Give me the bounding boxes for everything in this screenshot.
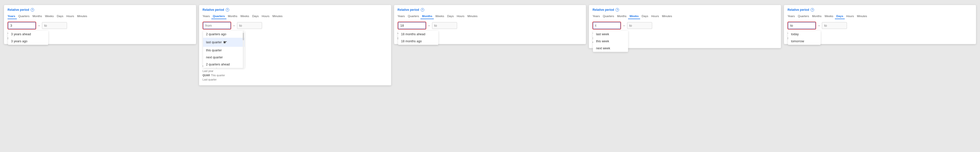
panel-header-years: Relative period ?: [8, 8, 192, 11]
dropdown-item-years-1[interactable]: 3 years ago: [8, 38, 48, 45]
tab-weeks-4[interactable]: Weeks: [628, 14, 640, 19]
dropdown-item-quarters-2[interactable]: this quarter: [203, 47, 245, 54]
dropdown-item-quarters-0[interactable]: 2 quarters ago: [203, 31, 245, 38]
tab-quarters-2[interactable]: Quarters: [212, 14, 226, 19]
help-icon-months[interactable]: ?: [421, 8, 424, 11]
to-input-days[interactable]: [822, 22, 847, 29]
panel-header-months: Relative period ?: [398, 8, 582, 11]
tab-weeks-3[interactable]: Weeks: [434, 14, 445, 19]
dropdown-item-weeks-0[interactable]: last week: [593, 31, 628, 38]
from-input-years[interactable]: [8, 22, 36, 29]
tab-hours-3[interactable]: Hours: [455, 14, 466, 19]
to-input-months[interactable]: [432, 22, 457, 29]
tab-months-4[interactable]: Months: [616, 14, 628, 19]
dropdown-years: 3 years ahead 3 years ago: [8, 31, 48, 45]
from-input-quarters[interactable]: [203, 22, 231, 29]
help-icon-weeks[interactable]: ?: [616, 8, 619, 11]
tab-weeks-1[interactable]: Weeks: [43, 14, 55, 19]
tab-years-2[interactable]: Years: [202, 14, 212, 19]
input-row-quarters: 2 quarters ago last quarter ☛ this quart…: [202, 22, 388, 29]
panel-header-weeks: Relative period ?: [592, 8, 778, 11]
dropdown-item-days-1[interactable]: tomorrow: [788, 38, 821, 45]
tab-days-5[interactable]: Days: [835, 14, 845, 19]
dropdown-item-days-0[interactable]: today: [788, 31, 821, 38]
cursor-icon: ☛: [223, 40, 227, 45]
input-row-days: today tomorrow –: [788, 22, 972, 29]
help-icon-quarters[interactable]: ?: [226, 8, 229, 11]
dropdown-item-years-0[interactable]: 3 years ahead: [8, 31, 48, 38]
tab-minutes-5[interactable]: Minutes: [856, 14, 869, 19]
input-row-months: 18 months ahead 18 months ago –: [398, 22, 582, 29]
tab-months-3[interactable]: Months: [420, 14, 434, 19]
tab-years-3[interactable]: Years: [398, 14, 406, 19]
tabs-months: Years Quarters Months Weeks Days Hours M…: [398, 14, 582, 19]
tab-days-4[interactable]: Days: [640, 14, 650, 19]
dash-quarters: –: [233, 24, 235, 27]
tab-weeks-5[interactable]: Weeks: [823, 14, 835, 19]
tab-years-4[interactable]: Years: [592, 14, 601, 19]
tab-hours-1[interactable]: Hours: [65, 14, 76, 19]
panel-title-months: Relative period: [398, 8, 419, 11]
dropdown-item-months-0[interactable]: 18 months ahead: [398, 31, 438, 38]
tabs-days: Years Quarters Months Weeks Days Hours M…: [788, 14, 972, 19]
tab-years-5[interactable]: Years: [788, 14, 796, 19]
dash-months: –: [428, 24, 430, 27]
tab-months-1[interactable]: Months: [31, 14, 43, 19]
tab-months-2[interactable]: Months: [226, 14, 239, 19]
tab-days-1[interactable]: Days: [55, 14, 65, 19]
dropdown-days: today tomorrow: [788, 31, 821, 45]
tabs-years: Years Quarters Months Weeks Days Hours M…: [8, 14, 192, 19]
dropdown-item-quarters-1[interactable]: last quarter ☛: [203, 38, 245, 47]
weeks-panel: Relative period ? Years Quarters Months …: [589, 5, 781, 48]
tab-hours-4[interactable]: Hours: [650, 14, 660, 19]
to-input-quarters[interactable]: [237, 22, 262, 29]
tab-quarters-5[interactable]: Quarters: [796, 14, 811, 19]
tabs-weeks: Years Quarters Months Weeks Days Hours M…: [592, 14, 778, 19]
panel-title-quarters: Relative period: [202, 8, 224, 11]
help-icon-days[interactable]: ?: [811, 8, 814, 11]
panel-title-weeks: Relative period: [592, 8, 614, 11]
tab-years[interactable]: Years: [8, 14, 17, 19]
quarters-panel: Relative period ? Years Quarters Months …: [199, 5, 391, 85]
tab-minutes-1[interactable]: Minutes: [76, 14, 89, 19]
dropdown-weeks: last week this week next week: [593, 31, 628, 52]
tab-months-5[interactable]: Months: [811, 14, 823, 19]
tab-days-2[interactable]: Days: [251, 14, 260, 19]
from-input-days[interactable]: [788, 22, 816, 29]
dash-years: –: [38, 24, 40, 27]
input-row-years: 3 years ahead 3 years ago –: [8, 22, 192, 29]
days-panel: Relative period ? Years Quarters Months …: [784, 5, 976, 44]
panel-title-days: Relative period: [788, 8, 809, 11]
dropdown-months: 18 months ahead 18 months ago: [398, 31, 438, 45]
dropdown-item-months-1[interactable]: 18 months ago: [398, 38, 438, 45]
dash-weeks: –: [623, 24, 625, 27]
dropdown-quarters: 2 quarters ago last quarter ☛ this quart…: [203, 31, 245, 68]
dropdown-item-quarters-3[interactable]: next quarter: [203, 54, 245, 61]
tab-minutes-2[interactable]: Minutes: [271, 14, 284, 19]
to-input-years[interactable]: [42, 22, 67, 29]
tab-hours-2[interactable]: Hours: [260, 14, 271, 19]
dropdown-item-weeks-2[interactable]: next week: [593, 45, 628, 52]
tab-weeks-2[interactable]: Weeks: [239, 14, 251, 19]
scrollbar-track: [243, 31, 244, 68]
scrollbar-thumb[interactable]: [243, 33, 244, 40]
tab-quarters-3[interactable]: Quarters: [406, 14, 421, 19]
months-panel: Relative period ? Years Quarters Months …: [394, 5, 586, 44]
dropdown-item-quarters-4[interactable]: 2 quarters ahead: [203, 61, 245, 68]
panel-header-days: Relative period ?: [788, 8, 972, 11]
tab-minutes-4[interactable]: Minutes: [660, 14, 673, 19]
tab-minutes-3[interactable]: Minutes: [466, 14, 479, 19]
tab-days-3[interactable]: Days: [445, 14, 455, 19]
dropdown-item-weeks-1[interactable]: this week: [593, 38, 628, 45]
input-row-weeks: last week this week next week –: [592, 22, 778, 29]
panel-title-years: Relative period: [8, 8, 29, 11]
dash-days: –: [818, 24, 820, 27]
from-input-weeks[interactable]: [593, 22, 620, 29]
tab-quarters-4[interactable]: Quarters: [601, 14, 616, 19]
tabs-quarters: Years Quarters Months Weeks Days Hours M…: [202, 14, 388, 19]
help-icon-years[interactable]: ?: [30, 8, 34, 11]
tab-quarters-1[interactable]: Quarters: [17, 14, 31, 19]
tab-hours-5[interactable]: Hours: [845, 14, 856, 19]
from-input-months[interactable]: [398, 22, 426, 29]
to-input-weeks[interactable]: [627, 22, 652, 29]
